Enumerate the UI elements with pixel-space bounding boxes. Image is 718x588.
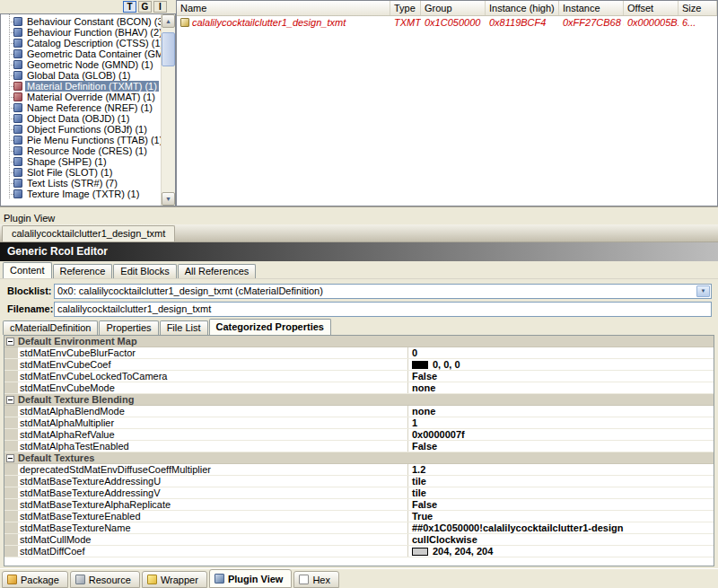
property-row[interactable]: stdMatDiffCoef204, 204, 204 xyxy=(4,546,714,557)
tab-hex[interactable]: Hex xyxy=(293,571,339,588)
property-row[interactable]: stdMatAlphaTestEnabledFalse xyxy=(4,441,714,452)
tab-file-list[interactable]: File List xyxy=(160,320,208,335)
property-value[interactable]: tile xyxy=(408,476,714,487)
tree-item-bhav[interactable]: Behaviour Function (BHAV) (2) xyxy=(1,27,161,38)
property-value[interactable]: False xyxy=(408,371,714,382)
sort-by-group-button[interactable]: G xyxy=(138,1,152,13)
filename-input[interactable] xyxy=(54,302,712,317)
property-row[interactable]: deprecatedStdMatEnvDiffuseCoeffMultiplie… xyxy=(4,464,714,476)
property-value[interactable]: none xyxy=(408,406,714,417)
resource-type-cell: TXMT xyxy=(390,16,421,29)
tree-item-ttab[interactable]: Pie Menu Functions (TTAB) (1) xyxy=(1,135,161,145)
column-header-offset[interactable]: Offset xyxy=(624,1,679,15)
tab-edit-blocks[interactable]: Edit Blocks xyxy=(113,264,176,278)
value-text: 0 xyxy=(412,347,417,358)
column-header-instance-high[interactable]: Instance (high) xyxy=(486,1,559,15)
collapse-icon[interactable] xyxy=(6,396,14,404)
tab-all-references[interactable]: All References xyxy=(178,264,257,278)
tab-categorized-properties[interactable]: Categorized Properties xyxy=(209,319,331,335)
tree-item-objf[interactable]: Object Functions (OBJf) (1) xyxy=(1,124,161,135)
scrollbar-track[interactable] xyxy=(162,28,175,192)
tree-item-objd[interactable]: Object Data (OBJD) (1) xyxy=(1,113,161,124)
property-row[interactable]: stdMatBaseTextureAddressingUtile xyxy=(4,476,714,487)
scroll-down-icon[interactable]: ▼ xyxy=(162,192,175,206)
blocklist-dropdown[interactable]: 0x0: calalilycocktailclutter1_design_txm… xyxy=(54,284,712,299)
tree-scrollbar[interactable]: ▲ ▼ xyxy=(161,14,175,206)
property-value[interactable]: 1 xyxy=(408,417,714,428)
property-row[interactable]: stdMatBaseTextureAlphaReplicateFalse xyxy=(4,499,714,511)
property-value[interactable]: 0 xyxy=(408,347,714,358)
tab-reference[interactable]: Reference xyxy=(53,264,113,278)
color-swatch xyxy=(412,361,428,369)
resource-group-cell: 0x1C050000 xyxy=(421,16,486,29)
row-gutter xyxy=(4,534,18,545)
property-row[interactable]: stdMatCullModecullClockwise xyxy=(4,534,714,546)
column-header-instance[interactable]: Instance xyxy=(559,1,624,15)
collapse-icon[interactable] xyxy=(6,338,14,346)
property-row[interactable]: stdMatBaseTextureEnabledTrue xyxy=(4,511,714,522)
property-row[interactable]: stdMatAlphaRefValue0x0000007f xyxy=(4,429,714,441)
tab-plugin-view[interactable]: Plugin View xyxy=(209,569,293,588)
column-header-group[interactable]: Group xyxy=(421,1,486,15)
tab-content[interactable]: Content xyxy=(3,262,52,278)
column-header-type[interactable]: Type xyxy=(390,1,421,15)
resource-row[interactable]: calalilycocktailclutter1_design_txmt TXM… xyxy=(177,16,717,29)
tab-properties[interactable]: Properties xyxy=(99,320,158,335)
resource-type-icon xyxy=(13,71,22,80)
scrollbar-thumb[interactable] xyxy=(162,32,175,66)
tree-item-bcon[interactable]: Behaviour Constant (BCON) (3) xyxy=(1,16,161,27)
property-row[interactable]: stdMatAlphaBlendModenone xyxy=(4,406,714,417)
value-text: none xyxy=(412,382,435,393)
tree-item-mmat[interactable]: Material Override (MMAT) (1) xyxy=(1,92,161,102)
property-value[interactable]: False xyxy=(408,441,714,452)
property-value[interactable]: False xyxy=(408,499,714,510)
tree-item-gmnd[interactable]: Geometric Node (GMND) (1) xyxy=(1,59,161,70)
property-row[interactable]: stdMatBaseTextureName##0x1C050000!calali… xyxy=(4,522,714,534)
property-value[interactable]: 1.2 xyxy=(408,464,714,475)
sort-by-type-button[interactable]: T xyxy=(123,1,136,13)
property-value[interactable]: none xyxy=(408,382,714,393)
tree-item-cres[interactable]: Resource Node (CRES) (1) xyxy=(1,145,161,156)
tree-item-txtr[interactable]: Texture Image (TXTR) (1) xyxy=(1,189,161,199)
property-value[interactable]: ##0x1C050000!calalilycocktailclutter1-de… xyxy=(408,522,714,533)
document-tab[interactable]: calalilycocktailclutter1_design_txmt xyxy=(2,225,175,241)
blocklist-value: 0x0: calalilycocktailclutter1_design_txm… xyxy=(57,285,323,296)
value-text: none xyxy=(412,406,435,417)
column-header-name[interactable]: Name xyxy=(177,1,390,15)
sort-by-instance-button[interactable]: I xyxy=(153,1,167,13)
property-row[interactable]: stdMatEnvCubeModenone xyxy=(4,382,714,394)
tab-cmaterialdefinition[interactable]: cMaterialDefinition xyxy=(3,320,98,335)
tree-item-nref[interactable]: Name Reference (NREF) (1) xyxy=(1,102,161,113)
property-value[interactable]: 0, 0, 0 xyxy=(408,359,714,370)
property-name: stdMatBaseTextureAddressingV xyxy=(18,487,408,498)
resource-icon xyxy=(180,18,189,27)
collapse-icon[interactable] xyxy=(6,454,14,462)
tab-wrapper[interactable]: Wrapper xyxy=(142,571,207,588)
property-row[interactable]: stdMatEnvCubeCoef0, 0, 0 xyxy=(4,359,714,371)
column-header-size[interactable]: Size xyxy=(679,1,717,15)
property-value[interactable]: 0x0000007f xyxy=(408,429,714,440)
tab-resource[interactable]: Resource xyxy=(70,571,140,588)
tree-item-str[interactable]: Text Lists (STR#) (7) xyxy=(1,178,161,189)
tree-item-gmdc[interactable]: Geometric Data Container (GMDC) (1) xyxy=(1,48,161,59)
property-row[interactable]: stdMatEnvCubeBlurFactor0 xyxy=(4,347,714,359)
tree-item-shpe[interactable]: Shape (SHPE) (1) xyxy=(1,156,161,167)
scroll-up-icon[interactable]: ▲ xyxy=(162,14,175,28)
chevron-down-icon[interactable]: ▼ xyxy=(696,285,710,297)
property-value[interactable]: True xyxy=(408,511,714,522)
property-row[interactable]: stdMatBaseTextureAddressingVtile xyxy=(4,487,714,499)
property-value[interactable]: 204, 204, 204 xyxy=(408,546,714,557)
tree-item-glob[interactable]: Global Data (GLOB) (1) xyxy=(1,70,161,81)
category-default-textures[interactable]: Default Textures xyxy=(4,452,714,464)
property-row[interactable]: stdMatAlphaMultiplier1 xyxy=(4,417,714,429)
property-value[interactable]: tile xyxy=(408,487,714,498)
category-default-environment-map[interactable]: Default Environment Map xyxy=(4,336,714,347)
tree-item-ctss[interactable]: Catalog Description (CTSS) (1) xyxy=(1,38,161,48)
tab-package[interactable]: Package xyxy=(2,571,68,588)
tree-item-slot[interactable]: Slot File (SLOT) (1) xyxy=(1,167,161,178)
category-label: Default Texture Blending xyxy=(18,394,134,405)
tree-item-txmt-selected[interactable]: Material Definition (TXMT) (1) xyxy=(1,81,161,92)
category-default-texture-blending[interactable]: Default Texture Blending xyxy=(4,394,714,406)
property-row[interactable]: stdMatEnvCubeLockedToCameraFalse xyxy=(4,371,714,382)
property-value[interactable]: cullClockwise xyxy=(408,534,714,545)
